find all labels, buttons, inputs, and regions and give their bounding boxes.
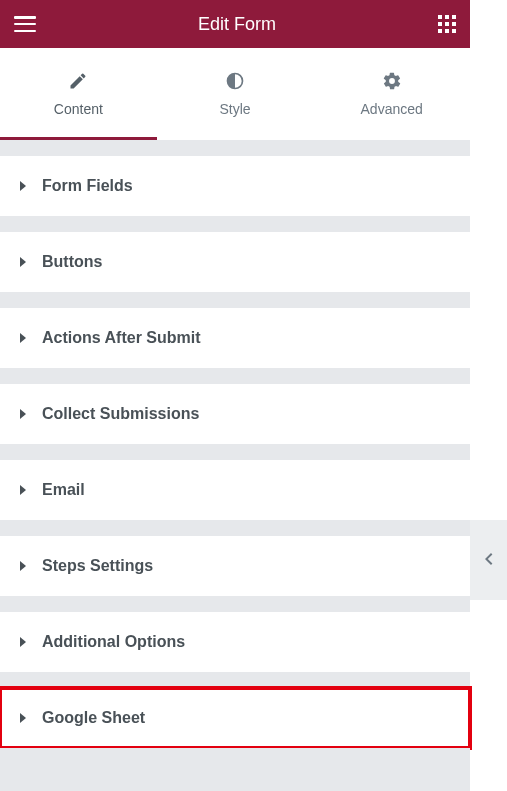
section-gap [0, 596, 470, 612]
caret-right-icon [20, 333, 26, 343]
tab-content[interactable]: Content [0, 48, 157, 140]
section-label: Steps Settings [42, 557, 153, 575]
contrast-icon [225, 71, 245, 91]
section-collect-submissions[interactable]: Collect Submissions [0, 384, 470, 444]
section-label: Buttons [42, 253, 102, 271]
section-gap [0, 748, 470, 764]
app-root: Edit Form Content Style [0, 0, 507, 791]
tab-advanced[interactable]: Advanced [313, 48, 470, 140]
section-label: Form Fields [42, 177, 133, 195]
section-label: Google Sheet [42, 709, 145, 727]
hamburger-menu-icon[interactable] [14, 16, 36, 32]
panel-collapse-handle[interactable] [470, 520, 507, 600]
apps-grid-icon[interactable] [438, 15, 456, 33]
caret-right-icon [20, 181, 26, 191]
section-gap [0, 444, 470, 460]
sections-list: Form Fields Buttons Actions After Submit… [0, 140, 470, 764]
caret-right-icon [20, 257, 26, 267]
section-label: Email [42, 481, 85, 499]
section-label: Additional Options [42, 633, 185, 651]
caret-right-icon [20, 713, 26, 723]
panel-header: Edit Form [0, 0, 470, 48]
section-google-sheet[interactable]: Google Sheet [0, 688, 470, 748]
caret-right-icon [20, 485, 26, 495]
section-gap [0, 216, 470, 232]
section-gap [0, 140, 470, 156]
section-gap [0, 672, 470, 688]
tabs-bar: Content Style Advanced [0, 48, 470, 140]
section-label: Actions After Submit [42, 329, 201, 347]
tab-label: Content [54, 101, 103, 117]
caret-right-icon [20, 409, 26, 419]
caret-right-icon [20, 637, 26, 647]
section-additional-options[interactable]: Additional Options [0, 612, 470, 672]
section-gap [0, 368, 470, 384]
pencil-icon [68, 71, 88, 91]
gear-icon [382, 71, 402, 91]
section-email[interactable]: Email [0, 460, 470, 520]
section-steps-settings[interactable]: Steps Settings [0, 536, 470, 596]
editor-panel: Edit Form Content Style [0, 0, 470, 791]
panel-title: Edit Form [198, 14, 276, 35]
section-actions-after-submit[interactable]: Actions After Submit [0, 308, 470, 368]
section-buttons[interactable]: Buttons [0, 232, 470, 292]
tab-label: Advanced [361, 101, 423, 117]
chevron-left-icon [485, 552, 493, 568]
section-gap [0, 520, 470, 536]
section-form-fields[interactable]: Form Fields [0, 156, 470, 216]
section-label: Collect Submissions [42, 405, 199, 423]
tab-style[interactable]: Style [157, 48, 314, 140]
section-gap [0, 292, 470, 308]
caret-right-icon [20, 561, 26, 571]
tab-label: Style [219, 101, 250, 117]
